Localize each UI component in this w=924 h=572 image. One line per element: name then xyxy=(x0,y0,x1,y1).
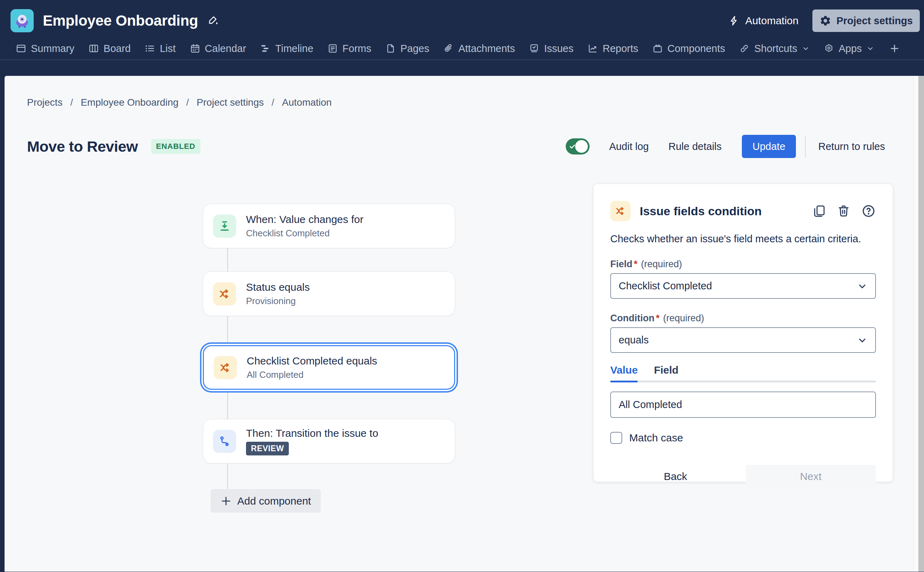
monster-avatar-icon xyxy=(13,12,31,30)
flow-component-checklist-condition-selected[interactable]: Checklist Completed equals All Completed xyxy=(203,345,455,390)
project-nav-tabs: Summary Board List Calendar Timeline For… xyxy=(11,37,914,60)
component-subtitle: Provisioning xyxy=(246,296,310,306)
flow-component-transition-action[interactable]: Then: Transition the issue to REVIEW xyxy=(203,419,455,463)
toggle-knob xyxy=(575,140,588,153)
reports-icon xyxy=(588,43,598,54)
project-avatar xyxy=(11,9,34,32)
value-input[interactable] xyxy=(610,392,876,418)
chevron-down-icon xyxy=(867,45,874,52)
forms-icon xyxy=(327,43,338,54)
rule-actions: Audit log Rule details Update Return to … xyxy=(566,135,885,158)
breadcrumb-projects[interactable]: Projects xyxy=(27,97,62,108)
chevron-down-icon xyxy=(857,281,868,291)
attachments-icon xyxy=(443,43,454,54)
help-button[interactable] xyxy=(861,204,876,218)
nav-tab-reports[interactable]: Reports xyxy=(582,39,643,58)
top-navigation-bar: Employee Onboarding Automation Project s… xyxy=(0,0,924,60)
condition-select-value: equals xyxy=(619,334,648,346)
project-header-row: Employee Onboarding Automation Project s… xyxy=(11,4,914,37)
theme-paint-icon[interactable] xyxy=(207,15,219,27)
issues-icon xyxy=(529,43,540,54)
rule-details-button[interactable]: Rule details xyxy=(668,141,722,152)
breadcrumb-project[interactable]: Employee Onboarding xyxy=(81,97,178,108)
condition-icon xyxy=(610,201,631,221)
nav-tab-components[interactable]: Components xyxy=(647,39,730,58)
condition-icon xyxy=(213,282,236,306)
delete-component-button[interactable] xyxy=(837,204,851,218)
nav-tab-list[interactable]: List xyxy=(140,39,181,58)
component-title: When: Value changes for xyxy=(246,213,364,225)
pages-icon xyxy=(385,43,396,54)
match-case-checkbox[interactable] xyxy=(610,432,622,444)
tab-field[interactable]: Field xyxy=(654,364,678,382)
plus-icon xyxy=(220,496,232,507)
nav-tab-timeline[interactable]: Timeline xyxy=(255,39,319,58)
help-circle-icon xyxy=(861,204,876,218)
panel-footer-buttons: Back Next xyxy=(610,465,876,488)
field-select[interactable]: Checklist Completed xyxy=(610,273,876,299)
condition-label: Condition* (required) xyxy=(610,313,876,324)
next-button[interactable]: Next xyxy=(746,465,876,488)
breadcrumb: Projects / Employee Onboarding / Project… xyxy=(27,97,332,108)
return-to-rules-button[interactable]: Return to rules xyxy=(819,141,885,152)
nav-tab-pages[interactable]: Pages xyxy=(380,39,434,58)
automation-rule-editor: Projects / Employee Onboarding / Project… xyxy=(5,76,913,572)
scrollbar-thumb[interactable] xyxy=(918,76,924,572)
duplicate-component-button[interactable] xyxy=(812,204,826,218)
component-subtitle: Checklist Completed xyxy=(246,228,364,239)
review-status-lozenge: REVIEW xyxy=(246,442,289,455)
nav-tab-issues[interactable]: Issues xyxy=(524,39,579,58)
project-settings-button[interactable]: Project settings xyxy=(812,9,920,32)
calendar-icon xyxy=(190,43,200,54)
rule-header-row: Move to Review ENABLED Audit log Rule de… xyxy=(27,135,885,158)
components-icon xyxy=(653,43,663,54)
panel-description: Checks whether an issue's field meets a … xyxy=(610,233,876,245)
nav-tab-attachments[interactable]: Attachments xyxy=(438,39,520,58)
issue-fields-condition-panel: Issue fields condition Checks whether an… xyxy=(593,183,893,482)
list-icon xyxy=(144,43,155,54)
lightning-icon xyxy=(729,15,740,26)
automation-button[interactable]: Automation xyxy=(729,15,799,27)
breadcrumb-separator: / xyxy=(186,97,189,108)
summary-icon xyxy=(16,43,26,54)
flow-component-status-condition[interactable]: Status equals Provisioning xyxy=(203,271,455,316)
breadcrumb-separator: / xyxy=(271,97,274,108)
flow-component-trigger[interactable]: When: Value changes for Checklist Comple… xyxy=(203,204,455,248)
value-field-tabs: Value Field xyxy=(610,364,876,382)
copy-icon xyxy=(812,204,826,218)
audit-log-button[interactable]: Audit log xyxy=(609,141,649,152)
plus-icon xyxy=(889,43,900,54)
update-button[interactable]: Update xyxy=(742,135,796,158)
scrollbar-track[interactable] xyxy=(913,76,918,572)
project-title: Employee Onboarding xyxy=(43,12,198,29)
match-case-label: Match case xyxy=(629,432,683,444)
enabled-status-badge: ENABLED xyxy=(151,139,200,154)
add-component-button[interactable]: Add component xyxy=(211,489,321,513)
add-tab-button[interactable] xyxy=(883,39,906,58)
field-label: Field* (required) xyxy=(610,259,876,270)
component-title: Status equals xyxy=(246,281,310,293)
board-icon xyxy=(88,43,99,54)
breadcrumb-automation[interactable]: Automation xyxy=(282,97,332,108)
condition-icon xyxy=(214,356,237,379)
nav-tab-shortcuts[interactable]: Shortcuts xyxy=(734,39,815,58)
field-select-value: Checklist Completed xyxy=(619,280,712,292)
chevron-down-icon xyxy=(802,45,809,52)
rule-enabled-toggle[interactable] xyxy=(566,138,589,154)
nav-tab-board[interactable]: Board xyxy=(83,39,136,58)
nav-tab-forms[interactable]: Forms xyxy=(322,39,377,58)
tab-value[interactable]: Value xyxy=(610,364,638,382)
field-value-changed-icon xyxy=(213,214,236,238)
back-button[interactable]: Back xyxy=(610,465,741,488)
panel-header: Issue fields condition xyxy=(610,201,876,221)
nav-tab-summary[interactable]: Summary xyxy=(11,39,80,58)
required-asterisk: * xyxy=(656,313,660,324)
gear-icon xyxy=(819,15,831,27)
nav-tab-calendar[interactable]: Calendar xyxy=(184,39,252,58)
check-icon xyxy=(569,143,576,150)
required-asterisk: * xyxy=(634,259,638,270)
breadcrumb-project-settings[interactable]: Project settings xyxy=(197,97,264,108)
nav-tab-apps[interactable]: Apps xyxy=(819,39,879,58)
condition-select[interactable]: equals xyxy=(610,327,876,353)
apps-icon xyxy=(824,43,834,54)
